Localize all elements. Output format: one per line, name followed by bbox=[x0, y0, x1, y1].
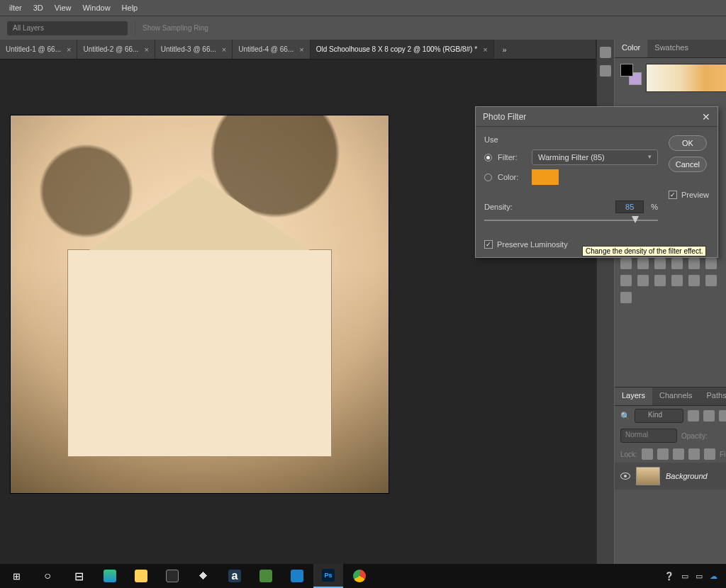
dialog-titlebar[interactable]: Photo Filter ✕ bbox=[476, 107, 717, 127]
fg-bg-swatch[interactable] bbox=[620, 64, 642, 85]
tray-icon[interactable]: ▭ bbox=[681, 572, 688, 581]
explorer-icon[interactable] bbox=[126, 564, 156, 588]
use-heading: Use bbox=[484, 135, 658, 144]
menu-filter[interactable]: ilter bbox=[4, 4, 28, 12]
tab-paths[interactable]: Paths bbox=[700, 388, 726, 405]
image-canvas[interactable] bbox=[10, 115, 389, 494]
show-sampling-ring[interactable]: Show Sampling Ring bbox=[143, 24, 208, 32]
filter-label: Filter: bbox=[498, 153, 526, 162]
preview-checkbox[interactable]: ✓ bbox=[669, 191, 677, 199]
tab-channels[interactable]: Channels bbox=[652, 388, 699, 405]
adjustment-icon[interactable] bbox=[654, 275, 666, 286]
lock-icon[interactable] bbox=[673, 448, 684, 460]
adjustment-icon[interactable] bbox=[688, 258, 700, 269]
close-icon[interactable]: × bbox=[222, 45, 226, 54]
lock-icon[interactable] bbox=[657, 448, 669, 460]
separator bbox=[135, 21, 135, 36]
edge-icon[interactable] bbox=[95, 564, 125, 588]
layer-filter[interactable]: Kind bbox=[635, 409, 683, 423]
lock-icon[interactable] bbox=[642, 448, 653, 460]
color-panel-tabs: Color Swatches bbox=[615, 40, 726, 58]
lock-icon[interactable] bbox=[688, 448, 700, 460]
adjustment-icon[interactable] bbox=[637, 275, 649, 286]
lock-icon[interactable] bbox=[704, 448, 715, 460]
options-bar: All Layers Show Sampling Ring bbox=[0, 16, 726, 40]
color-swatch[interactable] bbox=[532, 169, 559, 185]
close-icon[interactable]: × bbox=[483, 45, 487, 54]
cancel-button[interactable]: Cancel bbox=[669, 157, 707, 172]
filter-radio[interactable] bbox=[484, 154, 492, 162]
help-icon[interactable]: ❔ bbox=[664, 572, 674, 581]
mail-icon[interactable] bbox=[282, 564, 312, 588]
doc-tab[interactable]: Untitled-2 @ 66...× bbox=[77, 40, 155, 59]
preserve-luminosity-checkbox[interactable]: ✓ bbox=[484, 240, 493, 249]
density-slider[interactable] bbox=[484, 216, 658, 225]
adjustment-icon[interactable] bbox=[637, 258, 649, 269]
adjustment-icon[interactable] bbox=[705, 258, 717, 269]
tab-label: Untitled-4 @ 66... bbox=[238, 45, 294, 53]
photoshop-icon[interactable]: Ps bbox=[313, 564, 343, 588]
close-icon[interactable]: × bbox=[67, 45, 71, 54]
layer-name: Background bbox=[666, 472, 708, 480]
doc-tab[interactable]: Untitled-3 @ 66...× bbox=[155, 40, 233, 59]
filter-icon[interactable] bbox=[703, 410, 715, 422]
amazon-icon[interactable]: a bbox=[220, 564, 250, 588]
doc-tab-active[interactable]: Old Schoolhouse 8 X 8 copy 2 @ 100% (RGB… bbox=[311, 40, 494, 59]
menu-window[interactable]: Window bbox=[77, 4, 116, 12]
adjustment-icon[interactable] bbox=[671, 258, 683, 269]
adjustment-icon[interactable] bbox=[620, 292, 632, 303]
adjustment-icon[interactable] bbox=[654, 258, 666, 269]
density-label: Density: bbox=[484, 203, 513, 211]
menu-3d[interactable]: 3D bbox=[28, 4, 49, 12]
close-icon[interactable]: ✕ bbox=[702, 111, 710, 123]
preserve-luminosity-label: Preserve Luminosity bbox=[497, 240, 568, 249]
adjustment-icon[interactable] bbox=[620, 258, 632, 269]
doc-tab[interactable]: Untitled-1 @ 66...× bbox=[0, 40, 77, 59]
tab-swatches[interactable]: Swatches bbox=[647, 40, 696, 57]
app-icon[interactable] bbox=[251, 564, 281, 588]
doc-tab[interactable]: Untitled-4 @ 66...× bbox=[233, 40, 310, 59]
filter-icon[interactable] bbox=[719, 410, 726, 422]
close-icon[interactable]: × bbox=[299, 45, 303, 54]
close-icon[interactable]: × bbox=[144, 45, 148, 54]
percent-label: % bbox=[651, 203, 658, 211]
preview-label: Preview bbox=[681, 191, 709, 199]
task-view-icon[interactable]: ⊟ bbox=[64, 564, 94, 588]
dock-icon[interactable] bbox=[600, 47, 611, 58]
layer-row[interactable]: Background bbox=[615, 463, 726, 490]
menu-view[interactable]: View bbox=[49, 4, 77, 12]
adjustment-icon[interactable] bbox=[620, 275, 632, 286]
menu-help[interactable]: Help bbox=[116, 4, 144, 12]
blend-mode[interactable]: Normal bbox=[620, 429, 677, 443]
density-input[interactable] bbox=[615, 200, 644, 213]
filter-icon[interactable] bbox=[688, 410, 699, 422]
tray-icon[interactable]: ▭ bbox=[696, 572, 703, 581]
chrome-icon[interactable] bbox=[345, 564, 374, 588]
sample-dropdown[interactable]: All Layers bbox=[7, 21, 128, 35]
dropbox-icon[interactable]: ⯁ bbox=[189, 564, 218, 588]
tabs-overflow[interactable]: » bbox=[494, 40, 515, 59]
dock-icon[interactable] bbox=[600, 65, 611, 77]
adjustment-icon[interactable] bbox=[671, 275, 683, 286]
menu-bar: ilter 3D View Window Help bbox=[0, 0, 726, 16]
layers-panel: Layers Channels Paths 🔍 Kind Normal Opac… bbox=[615, 387, 726, 564]
search-icon[interactable]: ○ bbox=[33, 564, 62, 588]
start-button[interactable]: ⊞ bbox=[1, 564, 31, 588]
filter-dropdown[interactable]: Warming Filter (85) bbox=[532, 149, 658, 165]
windows-taskbar: ⊞ ○ ⊟ ⯁ a Ps ❔ ▭ ▭ ☁ bbox=[0, 564, 726, 588]
adjustment-icon[interactable] bbox=[688, 275, 700, 286]
color-label: Color: bbox=[498, 173, 526, 181]
color-radio[interactable] bbox=[484, 174, 492, 181]
visibility-icon[interactable] bbox=[620, 473, 630, 480]
fg-color[interactable] bbox=[620, 64, 633, 77]
system-tray[interactable]: ❔ ▭ ▭ ☁ bbox=[657, 572, 725, 581]
layer-thumbnail[interactable] bbox=[636, 467, 660, 485]
tab-color[interactable]: Color bbox=[615, 40, 647, 57]
image-content bbox=[67, 249, 332, 457]
tab-layers[interactable]: Layers bbox=[615, 388, 652, 405]
adjustment-icon[interactable] bbox=[705, 275, 717, 286]
ok-button[interactable]: OK bbox=[669, 135, 707, 151]
store-icon[interactable] bbox=[157, 564, 187, 588]
onedrive-icon[interactable]: ☁ bbox=[710, 572, 717, 581]
color-spectrum[interactable] bbox=[646, 64, 726, 92]
